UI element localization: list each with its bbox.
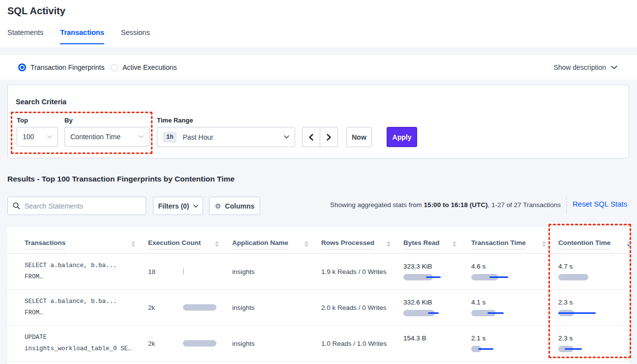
bytes-read-value: 332.6 KiB xyxy=(403,299,482,306)
search-icon xyxy=(13,202,20,210)
bytes-read-cell: 154.3 B xyxy=(403,334,482,352)
rows-processed-value: 2.0 k Reads / 0 Writes xyxy=(321,304,387,311)
sort-icon[interactable] xyxy=(453,241,456,247)
transaction-fingerprint-link[interactable]: UPDATE insights_workload_table_0 SE… xyxy=(25,332,132,355)
transaction-time-bar xyxy=(471,310,545,316)
view-toggle-bar: Transaction Fingerprints Active Executio… xyxy=(0,55,637,80)
tab-bar: Statements Transactions Sessions xyxy=(7,29,167,44)
transaction-time-cell: 4.1 s xyxy=(471,299,550,316)
bytes-read-bar xyxy=(403,310,477,316)
application-name-value: insights xyxy=(232,304,255,311)
rows-processed-value: 1.9 k Reads / 0 Writes xyxy=(321,268,387,275)
radio-active-executions[interactable]: Active Executions xyxy=(111,55,177,80)
radio-label: Active Executions xyxy=(122,63,177,71)
top-label: Top xyxy=(17,117,28,124)
top-select[interactable]: 100 xyxy=(17,127,58,147)
sort-icon[interactable] xyxy=(542,241,546,247)
search-statements-box[interactable] xyxy=(7,197,146,215)
contention-time-bar xyxy=(558,310,629,316)
chevron-down-icon xyxy=(139,135,144,138)
column-header-application-name[interactable]: Application Name xyxy=(232,239,288,249)
next-time-button[interactable] xyxy=(320,127,338,147)
application-name-value: insights xyxy=(232,268,255,275)
sort-icon-active[interactable] xyxy=(627,241,629,247)
search-criteria-card: Search Criteria Top 100 By Contention Ti… xyxy=(7,85,629,158)
chevron-down-icon xyxy=(193,205,198,208)
query-line: SELECT a.balance, b.ba... xyxy=(25,296,117,307)
application-name-value: insights xyxy=(232,340,255,347)
now-button[interactable]: Now xyxy=(346,127,372,147)
previous-time-button[interactable] xyxy=(302,127,320,147)
results-heading: Results - Top 100 Transaction Fingerprin… xyxy=(7,175,235,183)
transaction-time-value: 4.6 s xyxy=(471,263,550,270)
time-range-value: Past Hour xyxy=(182,133,284,141)
chevron-left-icon xyxy=(309,134,313,141)
columns-button[interactable]: ⚙ Columns xyxy=(209,197,260,215)
table-header-row: Transactions Execution Count Application… xyxy=(7,227,629,254)
page-title: SQL Activity xyxy=(7,5,65,17)
sort-icon[interactable] xyxy=(215,241,219,247)
bytes-read-bar xyxy=(403,274,477,280)
column-header-contention-time[interactable]: Contention Time xyxy=(558,239,610,249)
transaction-fingerprint-link[interactable]: SELECT a.balance, b.ba... FROM… xyxy=(25,296,117,319)
time-range-label: Time Range xyxy=(157,117,193,124)
stats-time-range: 15:00 to 16:18 (UTC) xyxy=(424,201,488,209)
apply-button[interactable]: Apply xyxy=(387,127,417,147)
sql-activity-page: SQL Activity Statements Transactions Ses… xyxy=(0,0,637,364)
execution-count-value: 2k xyxy=(148,340,155,347)
column-header-execution-count[interactable]: Execution Count xyxy=(148,239,201,249)
by-label: By xyxy=(64,117,73,124)
by-select[interactable]: Contention Time xyxy=(64,127,150,147)
table-row: SELECT a.balance, b.ba... FROM… 18 insig… xyxy=(7,254,629,290)
contention-time-value: 4.7 s xyxy=(558,263,629,270)
tab-sessions[interactable]: Sessions xyxy=(121,29,150,44)
query-line: insights_workload_table_0 SE… xyxy=(25,343,132,355)
time-range-dropdown[interactable]: 1h Past Hour xyxy=(157,127,295,147)
sort-icon[interactable] xyxy=(387,241,391,247)
query-line: UPDATE xyxy=(25,332,132,343)
chevron-right-icon xyxy=(327,134,331,141)
execution-count-bar xyxy=(183,304,217,311)
filters-button[interactable]: Filters (0) xyxy=(153,197,203,215)
stats-suffix: , 1-27 of 27 Transactions xyxy=(487,201,561,209)
radio-selected-icon[interactable] xyxy=(18,63,26,71)
contention-time-cell: 4.7 s xyxy=(558,263,629,280)
transaction-fingerprint-link[interactable]: SELECT a.balance, b.ba... FROM… xyxy=(25,260,117,283)
chevron-down-icon xyxy=(611,65,617,69)
transaction-time-value: 2.1 s xyxy=(471,334,550,342)
query-line: SELECT a.balance, b.ba... xyxy=(25,260,117,272)
tab-statements[interactable]: Statements xyxy=(7,29,43,44)
by-select-value: Contention Time xyxy=(70,133,139,141)
sort-icon[interactable] xyxy=(131,241,135,247)
show-description-toggle[interactable]: Show description xyxy=(553,55,617,80)
column-header-bytes-read[interactable]: Bytes Read xyxy=(403,239,440,249)
execution-count-value: 18 xyxy=(148,268,155,275)
rows-processed-value: 1.0 Reads / 1.0 Writes xyxy=(321,340,387,347)
transaction-time-cell: 2.1 s xyxy=(471,334,550,352)
reset-sql-stats-link[interactable]: Reset SQL Stats xyxy=(573,200,627,208)
radio-transaction-fingerprints[interactable]: Transaction Fingerprints xyxy=(18,55,104,80)
columns-button-label: Columns xyxy=(225,202,254,210)
contention-time-value: 2.3 s xyxy=(558,334,629,342)
search-statements-input[interactable] xyxy=(25,202,141,210)
column-header-transaction-time[interactable]: Transaction Time xyxy=(471,239,526,249)
column-header-rows-processed[interactable]: Rows Processed xyxy=(321,239,374,249)
filters-button-label: Filters (0) xyxy=(158,202,189,210)
sort-icon[interactable] xyxy=(304,241,308,247)
bytes-read-value: 154.3 B xyxy=(403,334,482,342)
column-header-transactions[interactable]: Transactions xyxy=(25,239,65,249)
stats-prefix: Showing aggregated stats from xyxy=(330,201,424,209)
tab-transactions[interactable]: Transactions xyxy=(60,29,104,44)
transaction-time-value: 4.1 s xyxy=(471,299,550,306)
chevron-down-icon xyxy=(47,135,52,138)
table-row: SELECT a.balance, b.ba... FROM… 2k insig… xyxy=(7,290,629,326)
bytes-read-value: 323.3 KiB xyxy=(403,263,482,270)
time-range-nav xyxy=(302,127,338,147)
execution-count-value: 2k xyxy=(148,304,155,311)
contention-time-bar xyxy=(558,346,629,352)
contention-time-cell: 2.3 s xyxy=(558,334,629,352)
radio-unselected-icon[interactable] xyxy=(111,64,118,71)
contention-time-cell: 2.3 s xyxy=(558,299,629,316)
bytes-read-cell: 332.6 KiB xyxy=(403,299,482,316)
contention-time-value: 2.3 s xyxy=(558,299,629,306)
